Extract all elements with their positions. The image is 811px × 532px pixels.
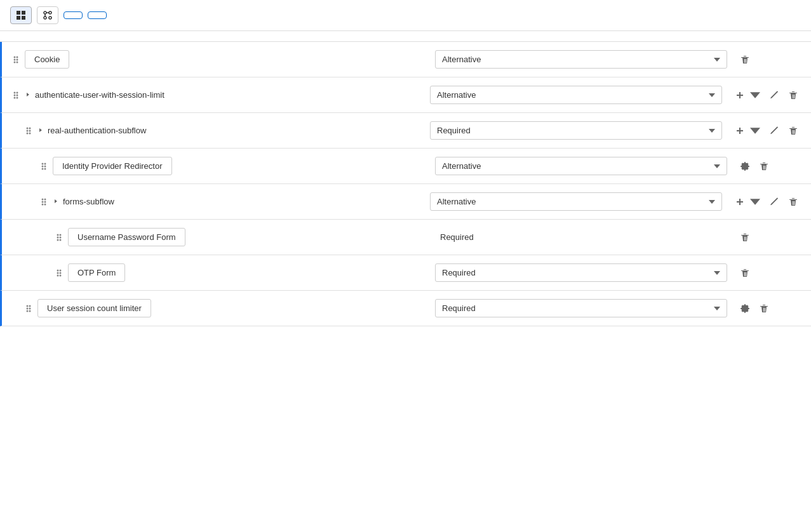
drag-handle[interactable]	[55, 268, 63, 278]
step-box-label: OTP Form	[68, 263, 125, 282]
svg-point-14	[14, 61, 16, 63]
svg-point-18	[14, 94, 16, 96]
delete-icon[interactable]	[756, 301, 772, 316]
gear-icon[interactable]	[737, 301, 753, 316]
expand-chevron[interactable]	[25, 91, 31, 100]
svg-rect-1	[22, 11, 25, 15]
add-step-button[interactable]	[64, 11, 83, 19]
svg-point-49	[60, 272, 62, 274]
edit-icon[interactable]	[767, 194, 782, 209]
svg-point-7	[49, 17, 51, 19]
actions-col	[737, 52, 801, 67]
svg-point-22	[27, 127, 29, 129]
requirement-col: RequiredAlternativeDisabledConditional	[430, 192, 722, 211]
add-icon[interactable]	[732, 194, 747, 209]
requirement-col: RequiredAlternativeDisabledConditional	[430, 86, 722, 104]
flow-row-row-username-password: Username Password FormRequired	[0, 220, 811, 255]
add-icon[interactable]	[732, 123, 747, 138]
add-icon[interactable]	[732, 88, 747, 103]
flow-row-row-forms-subflow: forms-subflowRequiredAlternativeDisabled…	[0, 184, 811, 220]
drag-handle[interactable]	[55, 232, 63, 243]
svg-point-43	[60, 236, 62, 238]
requirement-select[interactable]: RequiredAlternativeDisabledConditional	[430, 192, 722, 211]
expand-chevron[interactable]	[53, 197, 59, 206]
add-dropdown-arrow[interactable]	[747, 196, 763, 208]
add-dropdown-arrow[interactable]	[747, 124, 763, 137]
svg-point-39	[44, 203, 46, 205]
delete-icon[interactable]	[737, 230, 753, 245]
delete-icon[interactable]	[756, 159, 772, 174]
svg-point-28	[42, 163, 44, 164]
svg-point-56	[27, 310, 29, 312]
requirement-select[interactable]: RequiredAlternativeDisabledConditional	[435, 157, 727, 175]
delete-icon[interactable]	[786, 123, 801, 138]
requirement-col: RequiredAlternativeDisabledConditional	[435, 157, 727, 175]
svg-point-52	[27, 305, 29, 307]
toolbar	[0, 0, 811, 31]
requirement-select[interactable]: RequiredAlternativeDisabledConditional	[435, 263, 727, 282]
svg-rect-3	[22, 16, 25, 20]
requirement-select[interactable]: RequiredAlternativeDisabledConditional	[430, 121, 722, 140]
actions-col	[732, 194, 801, 209]
svg-point-42	[57, 236, 59, 238]
delete-icon[interactable]	[737, 52, 753, 67]
svg-point-5	[49, 11, 51, 14]
svg-point-31	[44, 165, 46, 167]
delete-icon[interactable]	[786, 88, 801, 103]
svg-point-35	[44, 198, 46, 200]
svg-point-33	[44, 168, 46, 170]
svg-point-13	[17, 58, 18, 60]
svg-point-6	[44, 17, 46, 19]
svg-point-10	[14, 56, 16, 58]
svg-point-55	[29, 307, 31, 309]
actions-col	[737, 159, 801, 174]
svg-point-11	[17, 56, 18, 58]
requirement-text: Required	[435, 232, 474, 242]
drag-handle[interactable]	[25, 126, 32, 136]
svg-point-54	[27, 307, 29, 309]
gear-icon[interactable]	[737, 159, 753, 174]
svg-point-15	[17, 61, 18, 63]
svg-point-48	[57, 272, 59, 274]
actions-col	[732, 123, 801, 138]
svg-point-29	[44, 163, 46, 164]
svg-point-25	[29, 130, 31, 131]
expand-chevron[interactable]	[37, 126, 44, 135]
svg-point-23	[29, 127, 31, 129]
requirement-col: RequiredAlternativeDisabledConditional	[435, 299, 727, 317]
actions-col	[737, 230, 801, 245]
requirement-select[interactable]: RequiredAlternativeDisabledConditional	[435, 50, 727, 69]
drag-handle[interactable]	[12, 90, 20, 100]
table-header	[0, 31, 811, 42]
svg-point-53	[29, 305, 31, 307]
flow-row-row-otp: OTP FormRequiredAlternativeDisabledCondi…	[0, 255, 811, 291]
drag-handle[interactable]	[25, 303, 32, 314]
add-dropdown	[732, 194, 763, 209]
drag-handle[interactable]	[40, 197, 48, 207]
step-flow-label: real-authentication-subflow	[48, 126, 430, 135]
add-subflow-button[interactable]	[88, 11, 107, 19]
drag-handle[interactable]	[12, 55, 20, 65]
step-flow-label: authenticate-user-with-session-limit	[35, 90, 430, 100]
step-box-label: Username Password Form	[68, 228, 185, 246]
requirement-col: Required	[435, 232, 727, 242]
step-box-label: Identity Provider Redirector	[53, 157, 172, 175]
svg-point-41	[60, 234, 62, 236]
delete-icon[interactable]	[737, 265, 753, 281]
requirement-col: RequiredAlternativeDisabledConditional	[430, 121, 722, 140]
svg-point-12	[14, 58, 16, 60]
requirement-select[interactable]: RequiredAlternativeDisabledConditional	[430, 86, 722, 104]
svg-point-21	[17, 96, 18, 98]
edit-icon[interactable]	[767, 123, 782, 138]
edit-icon[interactable]	[767, 88, 782, 103]
requirement-select[interactable]: RequiredAlternativeDisabledConditional	[435, 299, 727, 317]
flow-row-row-identity-provider: Identity Provider RedirectorRequiredAlte…	[0, 149, 811, 184]
grid-view-button[interactable]	[10, 6, 32, 24]
add-dropdown-arrow[interactable]	[747, 89, 763, 102]
step-box-label: Cookie	[25, 50, 69, 69]
drag-handle[interactable]	[40, 161, 48, 171]
svg-point-45	[60, 239, 62, 241]
delete-icon[interactable]	[786, 194, 801, 209]
flow-view-button[interactable]	[37, 6, 58, 24]
add-dropdown	[732, 123, 763, 138]
